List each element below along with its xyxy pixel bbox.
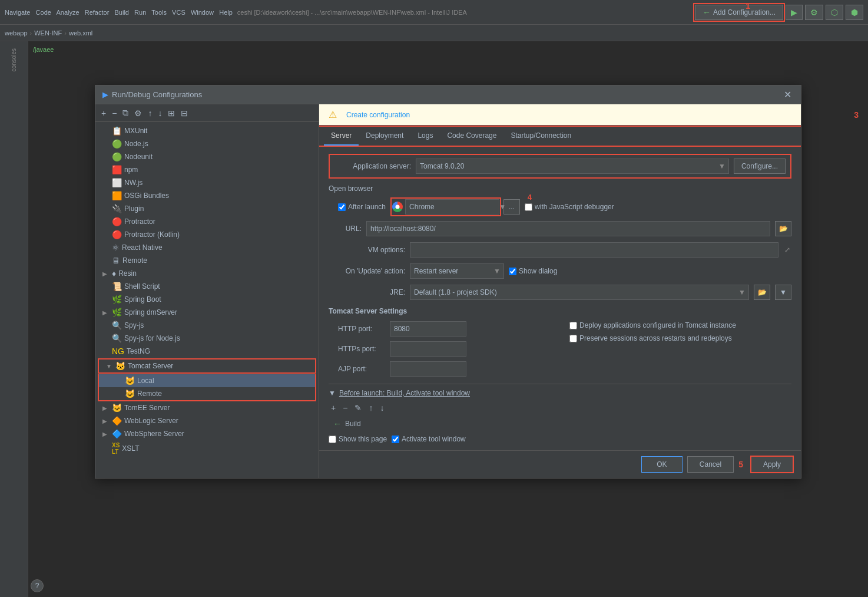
tab-startup[interactable]: Startup/Connection	[503, 127, 578, 146]
show-dialog-checkbox-label[interactable]: Show dialog	[509, 267, 557, 275]
jre-select-wrapper: Default (1.8 - project SDK) ▼	[410, 285, 749, 300]
http-port-input[interactable]	[390, 321, 466, 337]
tree-item-testng[interactable]: NG TestNG	[95, 345, 319, 358]
tab-server[interactable]: Server	[324, 127, 359, 146]
settings-button[interactable]: ⚙	[805, 5, 823, 20]
app-server-select-wrapper: Tomcat 9.0.20 ▼	[416, 159, 729, 174]
show-dialog-checkbox[interactable]	[509, 268, 516, 275]
js-debugger-checkbox-label[interactable]: with JavaScript debugger	[525, 203, 614, 211]
top-bar-actions: 1 ← Add Configuration... ▶ ⚙ ⬡ ⬢	[695, 5, 863, 20]
dialog-close-button[interactable]: ✕	[781, 89, 794, 100]
show-page-checkbox-label[interactable]: Show this page	[329, 435, 387, 443]
deploy-check-label[interactable]: Deploy applications configured in Tomcat…	[569, 321, 791, 329]
move-down-tool-btn[interactable]: ↓	[155, 107, 164, 119]
wrench-tool-btn[interactable]: ⚙	[132, 107, 144, 119]
config-toolbar: + − ⧉ ⚙ ↑ ↓ ⊞ ⊟	[95, 104, 319, 122]
remove-config-tool-btn[interactable]: −	[110, 107, 119, 119]
tree-item-protractor[interactable]: 🔴 Protractor	[95, 215, 319, 228]
extra-btn2[interactable]: ⬢	[846, 5, 863, 20]
tree-item-spyjsnode[interactable]: 🔍 Spy-js for Node.js	[95, 332, 319, 345]
show-page-checkbox[interactable]	[329, 436, 336, 443]
activate-window-checkbox[interactable]	[392, 436, 399, 443]
tree-item-osgi[interactable]: 🟧 OSGi Bundles	[95, 189, 319, 202]
tree-item-springboot[interactable]: 🌿 Spring Boot	[95, 293, 319, 306]
activate-window-checkbox-label[interactable]: Activate tool window	[392, 435, 466, 443]
tree-item-nodejs[interactable]: 🟢 Node.js	[95, 137, 319, 150]
run-debug-dialog: ▶ Run/Debug Configurations ✕ + − ⧉	[95, 85, 801, 479]
jre-select[interactable]: Default (1.8 - project SDK)	[410, 285, 749, 300]
before-edit-btn[interactable]: ✎	[352, 402, 364, 414]
js-debugger-checkbox[interactable]	[525, 203, 532, 211]
open-browser-row: After launch Chrome Firefox	[338, 197, 791, 216]
jre-dropdown-button[interactable]: ▼	[775, 285, 791, 300]
tree-item-xslt[interactable]: XSLT XSLT	[95, 440, 319, 457]
tree-item-nwjs[interactable]: ⬜ NW.js	[95, 176, 319, 189]
sort-tool-btn[interactable]: ⊞	[165, 107, 177, 119]
tree-item-shellscript[interactable]: 📜 Shell Script	[95, 280, 319, 293]
after-launch-checkbox-label[interactable]: After launch	[338, 203, 386, 211]
dialog-title: ▶ Run/Debug Configurations	[102, 90, 202, 99]
config-panel: ⚠ Create configuration 3 Server Deployme…	[319, 104, 801, 478]
move-up-tool-btn[interactable]: ↑	[145, 107, 154, 119]
tree-item-springdm[interactable]: ▶ 🌿 Spring dmServer	[95, 306, 319, 319]
app-server-select[interactable]: Tomcat 9.0.20	[416, 159, 729, 174]
tree-item-websphere[interactable]: ▶ 🔷 WebSphere Server	[95, 427, 319, 440]
before-down-btn[interactable]: ↓	[377, 402, 386, 414]
open-browser-label: Open browser	[329, 184, 791, 193]
add-config-tool-btn[interactable]: +	[99, 107, 108, 119]
browser-dots-button[interactable]: ...	[503, 199, 520, 215]
add-configuration-button[interactable]: ← Add Configuration...	[695, 5, 783, 20]
url-folder-button[interactable]: 📂	[775, 221, 791, 236]
console-tab[interactable]: consoles	[8, 44, 19, 76]
deploy-checkbox[interactable]	[569, 322, 577, 329]
vm-options-expand-button[interactable]: ⤢	[783, 245, 791, 255]
jre-folder-button[interactable]: 📂	[754, 285, 770, 300]
ajp-port-input[interactable]	[390, 361, 466, 377]
create-configuration-link[interactable]: Create configuration	[346, 111, 410, 119]
apply-button[interactable]: Apply	[750, 456, 794, 473]
vm-options-input[interactable]	[410, 242, 778, 258]
tree-item-tomcat-local[interactable]: 🐱 Local	[98, 374, 316, 387]
tree-item-tomcat-remote[interactable]: 🐱 Remote	[98, 387, 316, 401]
tab-deployment[interactable]: Deployment	[359, 127, 410, 146]
tab-logs[interactable]: Logs	[410, 127, 440, 146]
url-input[interactable]	[366, 221, 770, 236]
tree-item-mxunit[interactable]: 📋 MXUnit	[95, 124, 319, 137]
tree-item-reactnative[interactable]: ⚛ React Native	[95, 241, 319, 254]
tree-item-weblogic[interactable]: ▶ 🔶 WebLogic Server	[95, 414, 319, 427]
update-action-select[interactable]: Restart server Redeploy Update resources	[410, 263, 504, 279]
before-launch-section: ▼ Before launch: Build, Activate tool wi…	[329, 384, 791, 430]
marker-4: 4	[528, 193, 532, 202]
before-remove-btn[interactable]: −	[340, 402, 350, 414]
help-button[interactable]: ?	[31, 579, 44, 592]
before-up-btn[interactable]: ↑	[366, 402, 375, 414]
after-launch-checkbox[interactable]	[338, 203, 346, 211]
chrome-icon	[392, 202, 403, 212]
before-add-btn[interactable]: +	[329, 402, 338, 414]
tree-item-protractork[interactable]: 🔴 Protractor (Kotlin)	[95, 228, 319, 241]
tree-item-remote[interactable]: 🖥 Remote	[95, 254, 319, 267]
tree-item-nodeunit[interactable]: 🟢 Nodeunit	[95, 150, 319, 163]
ok-button[interactable]: OK	[641, 456, 683, 473]
https-port-row: HTTPs port:	[338, 341, 560, 357]
tree-item-tomee[interactable]: ▶ 🐱 TomEE Server	[95, 401, 319, 414]
tree-item-spyjs[interactable]: 🔍 Spy-js	[95, 319, 319, 332]
browser-select[interactable]: Chrome Firefox Safari	[405, 199, 499, 215]
https-port-input[interactable]	[390, 341, 466, 357]
copy-config-tool-btn[interactable]: ⧉	[120, 107, 131, 119]
jre-row: JRE: Default (1.8 - project SDK) ▼ 📂 ▼	[329, 285, 791, 300]
tab-coverage[interactable]: Code Coverage	[440, 127, 503, 146]
play-button[interactable]: ▶	[786, 5, 803, 20]
configure-button[interactable]: Configure...	[734, 159, 786, 174]
preserve-checkbox[interactable]	[569, 335, 577, 342]
preserve-check-label[interactable]: Preserve sessions across restarts and re…	[569, 334, 791, 342]
tree-item-plugin[interactable]: 🔌 Plugin	[95, 202, 319, 215]
tree-item-npm[interactable]: 🟥 npm	[95, 163, 319, 176]
tree-item-resin[interactable]: ▶ ♦ Resin	[95, 267, 319, 280]
marker-5: 5	[738, 460, 743, 469]
vm-options-row: VM options: ⤢	[329, 242, 791, 258]
tree-item-tomcatserver[interactable]: ▼ 🐱 Tomcat Server	[98, 358, 316, 374]
extra-btn1[interactable]: ⬡	[826, 5, 843, 20]
filter-tool-btn[interactable]: ⊟	[178, 107, 190, 119]
cancel-button[interactable]: Cancel	[687, 456, 734, 473]
